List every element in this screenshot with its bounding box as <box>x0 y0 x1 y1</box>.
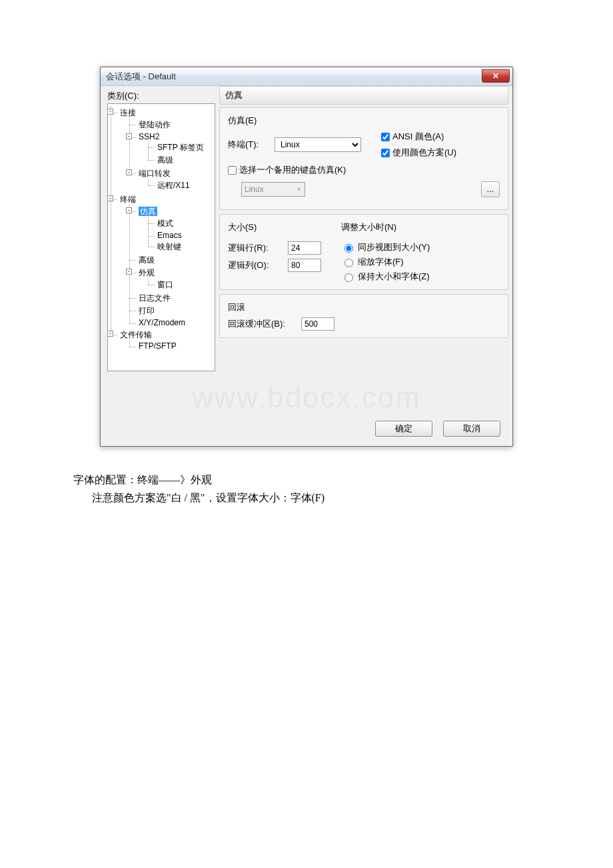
close-icon: ✕ <box>492 71 499 81</box>
watermark-text: www.bdocx.com <box>101 381 512 414</box>
tree-connection[interactable]: -连接 登陆动作 -SSH2 SFTP 标签页 高级 <box>111 107 213 193</box>
titlebar[interactable]: 会话选项 - Default ✕ <box>101 67 512 86</box>
alt-keyboard-select: Linux ▼ <box>241 182 305 197</box>
scroll-panel: 回滚 回滚缓冲区(B): <box>219 294 508 338</box>
emulation-subtitle: 仿真(E) <box>228 115 500 127</box>
tree-appearance[interactable]: -外观 窗口 <box>129 267 213 292</box>
tree-ssh2[interactable]: -SSH2 SFTP 标签页 高级 <box>129 131 213 167</box>
tree-port-forward[interactable]: -端口转发 远程/X11 <box>129 167 213 193</box>
alt-keyboard-checkbox[interactable] <box>228 166 237 175</box>
tree-print[interactable]: 打印 <box>129 305 213 317</box>
chevron-down-icon: ▼ <box>296 186 302 193</box>
tree-mode[interactable]: 模式 <box>148 217 213 230</box>
alt-keyboard-check[interactable]: 选择一个备用的键盘仿真(K) <box>228 164 346 176</box>
emulation-panel: 仿真(E) 终端(T): Linux ANSI 颜色(A) <box>219 107 508 210</box>
ansi-color-checkbox[interactable] <box>381 133 390 141</box>
scroll-title: 回滚 <box>228 301 500 313</box>
size-title: 大小(S) <box>228 221 321 233</box>
window-title: 会话选项 - Default <box>106 71 176 83</box>
ansi-color-check[interactable]: ANSI 颜色(A) <box>381 131 456 143</box>
tree-window[interactable]: 窗口 <box>148 279 213 291</box>
scale-font-radio[interactable]: 缩放字体(F) <box>341 256 430 268</box>
tree-login[interactable]: 登陆动作 <box>129 119 213 131</box>
tree-emacs[interactable]: Emacs <box>148 230 213 241</box>
keyboard-browse-button[interactable]: ... <box>481 181 500 197</box>
terminal-select[interactable]: Linux <box>275 137 361 152</box>
size-panel: 大小(S) 逻辑行(R): 逻辑列(O): <box>219 214 508 290</box>
tree-emulation[interactable]: -仿真 模式 Emacs 映射键 <box>129 205 213 254</box>
tree-advanced[interactable]: 高级 <box>148 154 213 167</box>
tree-logfile[interactable]: 日志文件 <box>129 292 213 305</box>
tree-mapkeys[interactable]: 映射键 <box>148 241 213 253</box>
category-tree[interactable]: -连接 登陆动作 -SSH2 SFTP 标签页 高级 <box>107 103 215 371</box>
terminal-label: 终端(T): <box>228 139 275 151</box>
collapse-icon[interactable]: - <box>126 269 132 275</box>
collapse-icon[interactable]: - <box>126 169 132 175</box>
tree-file-transfer[interactable]: -文件传输 FTP/SFTP <box>111 329 213 352</box>
session-options-dialog: 会话选项 - Default ✕ 类别(C): -连接 登陆动作 -SSH2 <box>100 67 513 447</box>
logical-cols-input[interactable] <box>288 259 321 272</box>
category-label: 类别(C): <box>107 90 215 102</box>
resize-title: 调整大小时(N) <box>341 221 430 233</box>
logical-rows-label: 逻辑行(R): <box>228 242 281 254</box>
collapse-icon[interactable]: - <box>126 133 132 139</box>
tree-terminal[interactable]: -终端 -仿真 模式 Emacs 映射键 <box>111 193 213 329</box>
close-button[interactable]: ✕ <box>482 69 510 83</box>
page-caption: 字体的配置：终端——》外观 注意颜色方案选"白 / 黑"，设置字体大小：字体(F… <box>73 473 513 505</box>
tree-sftp-tab[interactable]: SFTP 标签页 <box>148 141 213 154</box>
tree-ftp-sftp[interactable]: FTP/SFTP <box>129 341 213 351</box>
tree-advanced2[interactable]: 高级 <box>129 254 213 267</box>
collapse-icon[interactable]: - <box>107 331 113 337</box>
collapse-icon[interactable]: - <box>107 195 113 201</box>
color-scheme-check[interactable]: 使用颜色方案(U) <box>381 147 456 159</box>
tree-remote-x11[interactable]: 远程/X11 <box>148 179 213 192</box>
logical-cols-label: 逻辑列(O): <box>228 259 281 271</box>
color-scheme-checkbox[interactable] <box>381 149 390 157</box>
keep-size-font-radio[interactable]: 保持大小和字体(Z) <box>341 271 430 283</box>
sync-view-radio[interactable]: 同步视图到大小(Y) <box>341 241 430 253</box>
emulation-header: 仿真 <box>219 86 508 105</box>
collapse-icon[interactable]: - <box>107 109 113 115</box>
tree-xyzmodem[interactable]: X/Y/Zmodem <box>129 317 213 328</box>
scroll-buffer-label: 回滚缓冲区(B): <box>228 318 295 330</box>
logical-rows-input[interactable] <box>288 241 321 255</box>
ok-button[interactable]: 确定 <box>375 421 432 437</box>
cancel-button[interactable]: 取消 <box>443 421 500 437</box>
collapse-icon[interactable]: - <box>126 207 132 213</box>
scroll-buffer-input[interactable] <box>301 317 334 331</box>
